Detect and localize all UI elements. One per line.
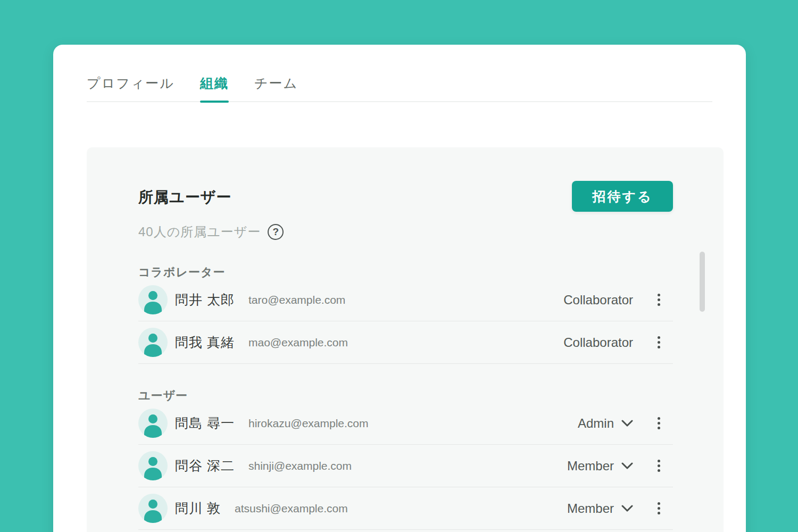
- members-panel: 所属ユーザー 40人の所属ユーザー ? 招待する コラボレーター 問井 太郎 t…: [87, 147, 724, 532]
- member-role: Collaborator: [563, 335, 633, 350]
- panel-title: 所属ユーザー: [138, 187, 284, 207]
- member-role: Admin: [578, 416, 614, 431]
- member-row: 問我 真緒 mao@example.com Collaborator: [138, 321, 673, 364]
- member-row: 問川 敦 atsushi@example.com Member: [138, 487, 673, 530]
- user-icon: [138, 409, 168, 438]
- avatar: [138, 451, 168, 480]
- avatar: [138, 409, 168, 438]
- role-select[interactable]: Member: [567, 501, 633, 516]
- member-count-row: 40人の所属ユーザー ?: [138, 223, 284, 240]
- role-group: Collaborator: [563, 335, 633, 350]
- chevron-down-icon[interactable]: [621, 420, 633, 427]
- member-row: 問井 太郎 taro@example.com Collaborator: [138, 279, 673, 321]
- role-group: Collaborator: [563, 293, 633, 307]
- member-section: コラボレーター 問井 太郎 taro@example.com Collabora…: [138, 265, 673, 364]
- member-email: atsushi@example.com: [235, 502, 348, 515]
- title-block: 所属ユーザー 40人の所属ユーザー ?: [138, 181, 284, 240]
- member-count-text: 40人の所属ユーザー: [138, 223, 261, 240]
- help-icon[interactable]: ?: [268, 224, 284, 240]
- avatar: [138, 328, 168, 357]
- member-email: hirokazu@example.com: [248, 417, 369, 430]
- page-background: { "tabs": [ { "id": "profile", "label": …: [0, 0, 798, 532]
- role-select[interactable]: Admin: [578, 416, 633, 431]
- member-name: 問我 真緒: [175, 334, 235, 351]
- settings-card: プロフィール 組織 チーム 所属ユーザー 40人の所属ユーザー ? 招待する コ…: [53, 45, 746, 532]
- kebab-menu-icon[interactable]: [655, 292, 662, 308]
- member-role: Member: [567, 459, 614, 473]
- tab-label: 組織: [200, 76, 229, 90]
- section-rows: 問井 太郎 taro@example.com Collaborator 問我 真…: [138, 279, 673, 364]
- member-row: 問島 尋一 hirokazu@example.com Admin: [138, 402, 673, 445]
- chevron-down-icon[interactable]: [621, 462, 633, 469]
- member-email: mao@example.com: [248, 336, 348, 349]
- member-name: 問島 尋一: [175, 414, 235, 432]
- member-email: shinji@example.com: [248, 460, 352, 472]
- user-icon: [138, 285, 168, 314]
- kebab-menu-icon[interactable]: [655, 500, 662, 517]
- avatar: [138, 285, 168, 314]
- member-role: Member: [567, 501, 614, 516]
- tab-profile[interactable]: プロフィール: [87, 45, 174, 101]
- member-sections: コラボレーター 問井 太郎 taro@example.com Collabora…: [138, 265, 673, 530]
- tab-organization[interactable]: 組織: [200, 45, 229, 101]
- user-icon: [138, 494, 168, 523]
- members-panel-content: 所属ユーザー 40人の所属ユーザー ? 招待する コラボレーター 問井 太郎 t…: [87, 147, 724, 530]
- user-icon: [138, 451, 168, 480]
- member-role: Collaborator: [563, 293, 633, 307]
- scrollbar-thumb[interactable]: [700, 252, 705, 312]
- kebab-menu-icon[interactable]: [655, 334, 662, 351]
- section-label: コラボレーター: [138, 265, 673, 279]
- tab-label: プロフィール: [87, 76, 174, 90]
- panel-header: 所属ユーザー 40人の所属ユーザー ? 招待する: [138, 181, 673, 240]
- role-select[interactable]: Member: [567, 459, 633, 473]
- tabbar: プロフィール 組織 チーム: [87, 45, 712, 102]
- chevron-down-icon[interactable]: [621, 505, 633, 512]
- tab-team[interactable]: チーム: [254, 45, 298, 101]
- member-name: 問井 太郎: [175, 291, 235, 309]
- section-rows: 問島 尋一 hirokazu@example.com Admin 問谷 深二 s…: [138, 402, 673, 530]
- member-section: ユーザー 問島 尋一 hirokazu@example.com Admin: [138, 389, 673, 530]
- tab-label: チーム: [254, 76, 298, 90]
- kebab-menu-icon[interactable]: [655, 458, 662, 474]
- section-label: ユーザー: [138, 389, 673, 402]
- member-name: 問川 敦: [175, 500, 221, 517]
- kebab-menu-icon[interactable]: [655, 415, 662, 431]
- invite-button[interactable]: 招待する: [572, 181, 673, 212]
- user-icon: [138, 328, 168, 357]
- member-email: taro@example.com: [248, 294, 345, 306]
- member-row: 問谷 深二 shinji@example.com Member: [138, 445, 673, 487]
- avatar: [138, 494, 168, 523]
- active-tab-indicator: [200, 101, 229, 103]
- member-name: 問谷 深二: [175, 457, 235, 475]
